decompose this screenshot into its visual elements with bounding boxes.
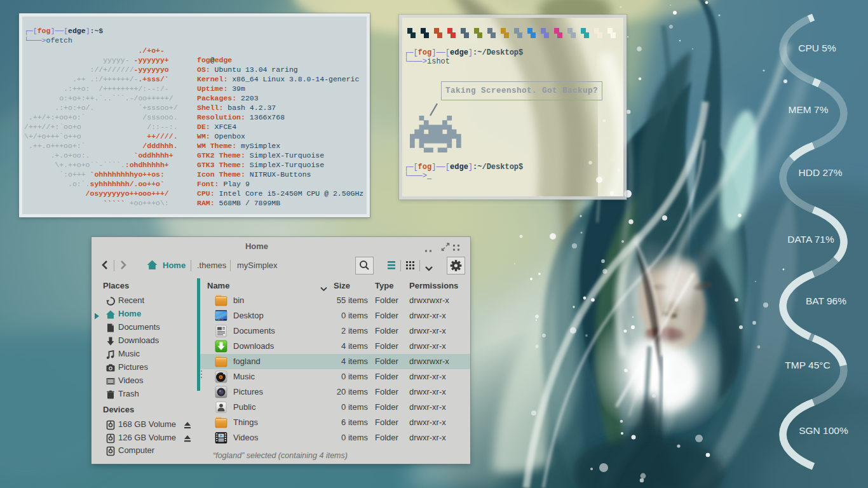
svg-text:BAT 96%: BAT 96%	[806, 295, 846, 306]
svg-text:DATA 71%: DATA 71%	[787, 234, 834, 245]
svg-text:TMP 45°C: TMP 45°C	[785, 360, 830, 370]
svg-text:MEM 7%: MEM 7%	[789, 104, 829, 115]
svg-text:CPU 5%: CPU 5%	[798, 43, 836, 53]
svg-text:SGN 100%: SGN 100%	[799, 425, 848, 436]
svg-text:HDD 27%: HDD 27%	[799, 167, 843, 178]
